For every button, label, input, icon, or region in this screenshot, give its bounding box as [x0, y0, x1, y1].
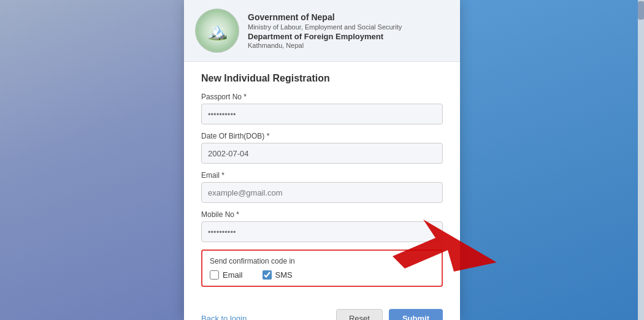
scrollbar-thumb[interactable]	[638, 1, 644, 20]
confirmation-label: Send confirmation code in	[210, 257, 434, 265]
header-text-block: Government of Nepal Ministry of Labour, …	[248, 12, 402, 49]
reset-button[interactable]: Reset	[336, 309, 383, 320]
header: 🏔️ Government of Nepal Ministry of Labou…	[184, 0, 460, 62]
main-panel: 🏔️ Government of Nepal Ministry of Labou…	[184, 0, 460, 320]
dob-group: Date Of Birth(DOB) *	[201, 132, 443, 164]
mobile-group: Mobile No *	[201, 210, 443, 242]
submit-button[interactable]: Submit	[389, 309, 443, 320]
email-input[interactable]	[201, 182, 443, 203]
checkbox-row: Email SMS	[210, 270, 434, 280]
location-label: Kathmandu, Nepal	[248, 42, 402, 49]
email-checkbox-item[interactable]: Email	[210, 270, 243, 280]
mobile-label: Mobile No *	[201, 210, 443, 219]
email-label: Email *	[201, 171, 443, 180]
ministry-label: Ministry of Labour, Employment and Socia…	[248, 23, 402, 31]
gov-title: Government of Nepal	[248, 12, 402, 22]
mobile-input[interactable]	[201, 221, 443, 242]
passport-group: Passport No *	[201, 93, 443, 124]
sms-checkbox-label: SMS	[275, 270, 293, 280]
email-checkbox[interactable]	[210, 270, 219, 280]
form-title: New Individual Registration	[201, 73, 443, 84]
scrollbar[interactable]	[638, 0, 644, 320]
email-checkbox-label: Email	[223, 270, 243, 280]
sms-checkbox[interactable]	[263, 270, 272, 280]
footer-row: Back to login Reset Submit	[184, 309, 460, 320]
passport-input[interactable]	[201, 104, 443, 124]
form-area: New Individual Registration Passport No …	[184, 62, 460, 309]
dob-input[interactable]	[201, 143, 443, 164]
sms-checkbox-item[interactable]: SMS	[263, 270, 293, 280]
dob-label: Date Of Birth(DOB) *	[201, 132, 443, 140]
confirmation-box: Send confirmation code in Email SMS	[201, 250, 443, 287]
emblem-icon: 🏔️	[196, 10, 238, 51]
button-group: Reset Submit	[336, 309, 443, 320]
back-to-login-link[interactable]: Back to login	[201, 314, 247, 320]
nepal-emblem: 🏔️	[195, 9, 239, 53]
dept-label: Department of Foreign Employment	[248, 32, 402, 41]
passport-label: Passport No *	[201, 93, 443, 101]
email-group: Email *	[201, 171, 443, 203]
